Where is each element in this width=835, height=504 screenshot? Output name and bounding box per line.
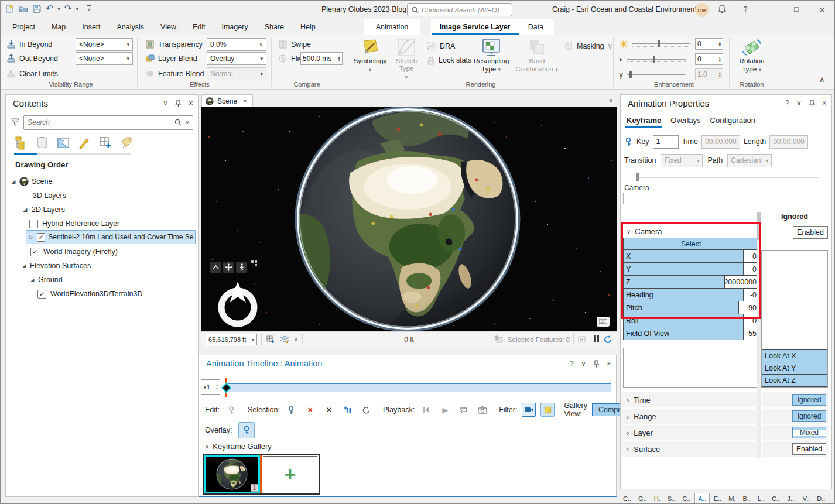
keyframe-position-slider[interactable]	[636, 173, 819, 181]
collapse-ribbon-icon[interactable]: ∧	[819, 75, 825, 84]
list-by-labeling-icon[interactable]	[119, 136, 134, 150]
scene-view-tab[interactable]: Scene ×	[201, 94, 253, 107]
layer-status-button[interactable]: Mixed	[792, 427, 826, 438]
add-keyframe-button[interactable]: +	[263, 456, 317, 492]
layer-checkbox[interactable]	[29, 220, 38, 228]
layer-checkbox[interactable]: ✓	[37, 290, 46, 299]
x-value-input[interactable]: 0	[743, 250, 758, 262]
contrast-slider[interactable]	[627, 55, 686, 63]
tab-insert[interactable]: Insert	[74, 19, 108, 35]
tab-overlays[interactable]: Overlays	[670, 116, 700, 125]
tree-item-world-imagery[interactable]: ✓ World Imagery (Firefly)	[6, 245, 198, 259]
camera-row-fov[interactable]: Field Of View55	[623, 327, 759, 340]
notifications-bell-icon[interactable]	[718, 5, 730, 13]
clear-selection-icon[interactable]	[577, 335, 586, 344]
expander-icon[interactable]: ◢	[21, 263, 27, 269]
panel-tab-4[interactable]: C..	[679, 493, 693, 504]
section-layer[interactable]: ›Layer	[622, 425, 758, 440]
export-movie-icon[interactable]	[475, 403, 490, 417]
lock-stats-button[interactable]: Lock stats	[427, 54, 471, 67]
selected-features-count[interactable]: Selected Features: 0	[508, 336, 570, 343]
camera-row-heading[interactable]: Heading-0	[623, 288, 759, 301]
select-keyframe-icon[interactable]	[285, 403, 299, 417]
tab-view[interactable]: View	[152, 19, 184, 35]
tree-item-3d-layers[interactable]: 3D Layers	[6, 188, 198, 203]
panel-tab-0[interactable]: C..	[620, 493, 634, 504]
roll-value-input[interactable]: 0	[743, 314, 758, 327]
panel-tab-8[interactable]: B..	[740, 493, 753, 504]
pan-mode-icon[interactable]	[223, 262, 234, 273]
tab-keyframe[interactable]: Keyframe	[627, 116, 661, 125]
in-beyond-select[interactable]: <None>▾	[76, 38, 133, 51]
earth-globe[interactable]	[293, 107, 522, 331]
dra-button[interactable]: DRA	[427, 40, 455, 53]
list-by-selection-icon[interactable]	[56, 136, 70, 150]
undo-dropdown-icon[interactable]: ▾	[57, 6, 60, 12]
range-status-button[interactable]: Ignored	[792, 410, 826, 422]
previous-keyframe-icon[interactable]	[419, 403, 433, 417]
tree-item-2d-layers[interactable]: ◢ 2D Layers	[6, 203, 198, 217]
search-options-chevron-icon[interactable]: ∨	[185, 119, 189, 125]
playback-speed-spinner[interactable]: x1 ▴▾	[201, 379, 220, 395]
panel-tab-animation-active[interactable]: A..	[694, 493, 709, 504]
rotation-type-button[interactable]: Rotation Type∨	[734, 37, 770, 73]
tree-item-worldelevation3d[interactable]: ✓ WorldElevation3D/Terrain3D	[6, 287, 198, 301]
panel-menu-chevron-icon[interactable]: ∨	[581, 359, 586, 368]
transparency-input[interactable]: 0.0%∨	[207, 38, 266, 51]
close-icon[interactable]: ×	[607, 359, 611, 368]
expander-icon[interactable]: ◢	[22, 207, 28, 212]
out-beyond-select[interactable]: <None>▾	[76, 52, 133, 65]
command-search-input[interactable]: Command Search (Alt+Q)	[407, 3, 512, 16]
list-by-snapping-icon[interactable]	[98, 136, 112, 150]
layer-checkbox[interactable]: ✓	[37, 233, 45, 242]
account-name[interactable]: Craig - Esri Ocean and Coastal Environme…	[552, 5, 700, 13]
tab-image-service-layer[interactable]: Image Service Layer	[431, 19, 519, 35]
panel-tab-1[interactable]: G..	[635, 493, 650, 504]
close-icon[interactable]: ×	[189, 98, 193, 108]
undo-icon[interactable]: ↶	[46, 4, 53, 14]
visible-layers-icon[interactable]	[279, 335, 290, 344]
camera-text-input[interactable]	[623, 193, 829, 204]
layer-checkbox[interactable]: ✓	[30, 248, 39, 256]
scene-viewport[interactable]	[201, 107, 617, 331]
filter-camera-toggle[interactable]	[522, 403, 536, 417]
camera-select-button[interactable]: Select	[623, 238, 759, 250]
tab-edit[interactable]: Edit	[184, 19, 214, 35]
brightness-slider[interactable]	[632, 40, 690, 48]
tab-project[interactable]: Project	[4, 19, 43, 35]
refresh-icon[interactable]	[603, 335, 612, 344]
help-icon[interactable]: ?	[570, 359, 574, 368]
brightness-input[interactable]: 0 ▴▾	[695, 38, 723, 50]
avatar[interactable]: CM	[695, 3, 709, 17]
gamma-slider[interactable]	[627, 70, 685, 78]
camera-status-button[interactable]: Enabled	[793, 226, 828, 239]
delete-keyframe-icon[interactable]: ×	[303, 403, 317, 417]
tab-analysis[interactable]: Analysis	[109, 19, 153, 35]
section-surface[interactable]: ›Surface	[622, 441, 758, 457]
view-list-chevron-icon[interactable]: ∨	[608, 97, 613, 104]
tab-data[interactable]: Data	[519, 19, 553, 35]
panel-tab-2[interactable]: H.	[651, 493, 663, 504]
contents-search-input[interactable]: Search ∨	[23, 115, 193, 130]
pin-icon[interactable]	[175, 100, 182, 107]
camera-row-z[interactable]: Z20000000	[623, 275, 759, 289]
symbology-button[interactable]: Symbology ∨	[352, 37, 388, 73]
tab-help[interactable]: Help	[292, 19, 324, 35]
filter-icon[interactable]	[11, 118, 20, 126]
panel-tab-11[interactable]: J...	[784, 493, 799, 504]
layers-chevron-icon[interactable]: ∨	[294, 337, 298, 342]
panel-menu-chevron-icon[interactable]: ∨	[796, 99, 802, 107]
customize-qat-icon[interactable]: ∨	[87, 5, 91, 12]
expander-icon[interactable]: ◢	[11, 179, 16, 184]
message-popout-icon[interactable]	[597, 317, 610, 327]
clear-limits-button[interactable]: Clear Limits	[6, 67, 58, 80]
contrast-input[interactable]: 0 ▴▾	[695, 53, 723, 65]
close-button[interactable]: ×	[816, 5, 828, 15]
filter-overlay-toggle[interactable]	[540, 403, 555, 417]
help-icon[interactable]: ?	[740, 5, 751, 13]
tab-imagery[interactable]: Imagery	[213, 19, 256, 35]
z-value-input[interactable]: 20000000	[724, 276, 758, 288]
swipe-button[interactable]: Swipe	[278, 38, 311, 51]
list-by-data-source-icon[interactable]	[35, 136, 49, 150]
panel-tab-13[interactable]: D..	[814, 493, 828, 504]
